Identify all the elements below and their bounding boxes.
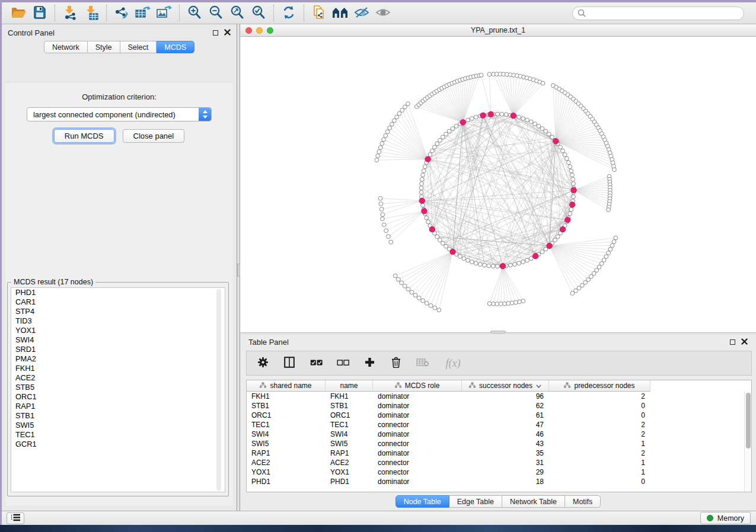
mcds-result-item[interactable]: ORC1 (11, 392, 225, 402)
table-scrollbar[interactable] (744, 392, 751, 492)
zoom-out-button[interactable] (205, 4, 227, 22)
close-panel-button[interactable]: Close panel (123, 129, 185, 143)
mcds-result-item[interactable]: CAR1 (11, 297, 225, 307)
control-panel-titlebar: Control Panel (2, 24, 237, 41)
delete-table-button[interactable] (416, 356, 429, 370)
mcds-result-item[interactable]: SRD1 (11, 345, 225, 354)
table-row[interactable]: YOX1YOX1connector291 (247, 467, 751, 477)
run-mcds-button[interactable]: Run MCDS (54, 129, 114, 143)
mcds-result-item[interactable]: YOX1 (11, 326, 225, 335)
export-network-button[interactable] (111, 4, 132, 22)
tab-network-table[interactable]: Network Table (502, 495, 565, 508)
hide-graphics-details-button[interactable] (351, 4, 372, 22)
deselect-all-button[interactable] (336, 356, 349, 370)
column-header-predecessor-nodes[interactable]: predecessor nodes (549, 380, 650, 392)
float-panel-icon[interactable] (730, 339, 735, 345)
tab-mcds[interactable]: MCDS (157, 41, 194, 53)
apply-layout-button[interactable] (278, 4, 299, 22)
table-row[interactable]: ACE2ACE2connector311 (247, 458, 751, 467)
cell-predecessor-nodes: 0 (549, 411, 650, 420)
table-settings-button[interactable] (256, 356, 269, 370)
mcds-result-item[interactable]: STP4 (11, 307, 225, 316)
toolbar-separator (273, 5, 274, 21)
import-table-button[interactable] (81, 4, 102, 22)
column-label: shared name (270, 382, 311, 390)
mcds-result-item[interactable]: FKH1 (11, 364, 225, 373)
search-input[interactable] (572, 7, 744, 20)
zoom-in-icon (187, 5, 202, 22)
table-scrollbar-thumb[interactable] (746, 393, 751, 448)
memory-button[interactable]: Memory (700, 512, 751, 524)
network-window-titlebar[interactable]: YPA_prune.txt_1 (240, 24, 756, 37)
mcds-result-title: MCDS result (17 nodes) (11, 278, 95, 286)
mcds-result-item[interactable]: TID3 (11, 316, 225, 326)
tab-select[interactable]: Select (120, 41, 157, 53)
column-header-MCDS-role[interactable]: MCDS role (373, 380, 462, 392)
trash-icon (391, 357, 401, 370)
zoom-selected-button[interactable] (248, 4, 269, 22)
save-session-button[interactable] (29, 4, 50, 22)
function-builder-button[interactable]: f(x) (443, 356, 463, 370)
table-row[interactable]: STB1STB1dominator620 (247, 401, 751, 411)
column-header-name[interactable]: name (326, 380, 373, 392)
mcds-result-item[interactable]: GCR1 (11, 440, 225, 449)
import-network-button[interactable] (59, 4, 81, 22)
table-row[interactable]: ORC1ORC1dominator610 (247, 411, 751, 420)
optimization-criterion-select[interactable]: largest connected component (undirected) (27, 107, 212, 121)
mcds-result-item[interactable]: SWI4 (11, 335, 225, 345)
cell-predecessor-nodes: 0 (549, 477, 650, 486)
tab-edge-table[interactable]: Edge Table (449, 495, 502, 508)
table-row[interactable]: FKH1FKH1dominator962 (247, 392, 751, 401)
zoom-fit-button[interactable] (227, 4, 248, 22)
new-network-from-selection-button[interactable] (308, 4, 330, 22)
mcds-result-list: PHD1CAR1STP4TID3YOX1SWI4SRD1PMA2FKH1ACE2… (11, 287, 225, 492)
mcds-result-item[interactable]: STB5 (11, 383, 225, 392)
tab-node-table[interactable]: Node Table (395, 495, 449, 508)
close-panel-icon[interactable] (224, 27, 231, 38)
table-panel-tabs: Node TableEdge TableNetwork TableMotifs (240, 495, 756, 508)
open-session-button[interactable] (8, 4, 29, 22)
first-neighbors-button[interactable] (330, 4, 351, 22)
network-canvas[interactable] (240, 37, 756, 332)
delete-column-button[interactable] (390, 356, 403, 370)
tab-style[interactable]: Style (88, 41, 120, 53)
show-panels-button[interactable] (7, 512, 24, 524)
mcds-result-item[interactable]: STB1 (11, 411, 225, 421)
zoom-in-button[interactable] (184, 4, 205, 22)
tab-motifs[interactable]: Motifs (565, 495, 601, 508)
close-panel-icon[interactable] (741, 336, 748, 347)
zoom-out-icon (208, 5, 224, 22)
export-table-button[interactable] (132, 4, 154, 22)
mcds-result-item[interactable]: ACE2 (11, 373, 225, 383)
mcds-result-item[interactable]: SWI5 (11, 421, 225, 430)
column-type-icon (260, 382, 266, 390)
mcds-result-item[interactable]: PMA2 (11, 354, 225, 364)
mcds-result-group: MCDS result (17 nodes) PHD1CAR1STP4TID3Y… (7, 278, 229, 496)
table-row[interactable]: TEC1TEC1connector472 (247, 420, 751, 430)
column-header-successor-nodes[interactable]: successor nodes (462, 380, 549, 392)
tab-network[interactable]: Network (44, 41, 88, 53)
table-row[interactable]: SWI4SWI4dominator462 (247, 430, 751, 439)
cell-name: SWI5 (326, 439, 373, 448)
horizontal-splitter-handle[interactable] (490, 331, 506, 334)
table-row[interactable]: PHD1PHD1dominator180 (247, 477, 751, 486)
mcds-result-item[interactable]: PHD1 (11, 288, 225, 297)
select-all-button[interactable] (310, 356, 323, 370)
float-panel-icon[interactable] (213, 30, 218, 36)
show-columns-button[interactable] (283, 356, 296, 370)
mcds-result-item[interactable]: TEC1 (11, 430, 225, 440)
mcds-list-scrollbar[interactable] (216, 289, 221, 491)
cell-name: TEC1 (326, 420, 373, 430)
show-graphics-details-button[interactable] (372, 4, 394, 22)
table-row[interactable]: SWI5SWI5connector431 (247, 439, 751, 448)
cell-name: ORC1 (326, 411, 373, 420)
control-panel-title: Control Panel (8, 28, 55, 37)
columns-icon (284, 357, 295, 370)
create-column-button[interactable] (363, 356, 376, 370)
cell-predecessor-nodes: 1 (549, 467, 650, 477)
main-toolbar (2, 2, 756, 24)
column-header-shared-name[interactable]: shared name (247, 380, 326, 392)
table-row[interactable]: RAP1RAP1dominator352 (247, 448, 751, 458)
mcds-result-item[interactable]: RAP1 (11, 402, 225, 411)
export-image-button[interactable] (154, 4, 175, 22)
